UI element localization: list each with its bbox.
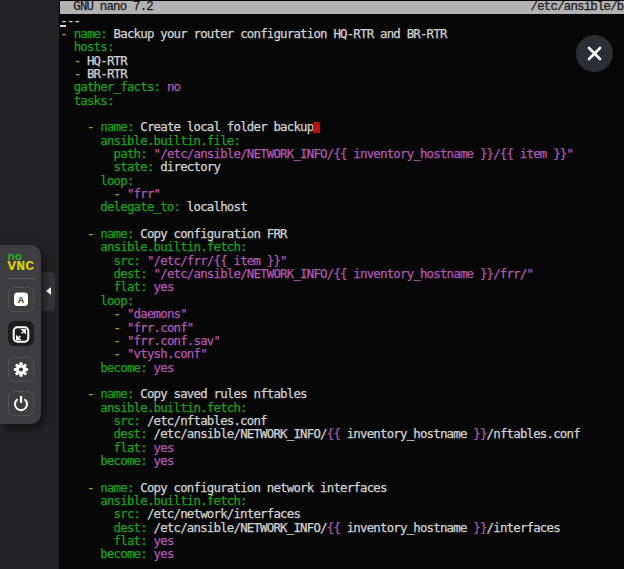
svg-text:A: A [18, 294, 25, 305]
svg-text:VNC: VNC [7, 260, 35, 274]
